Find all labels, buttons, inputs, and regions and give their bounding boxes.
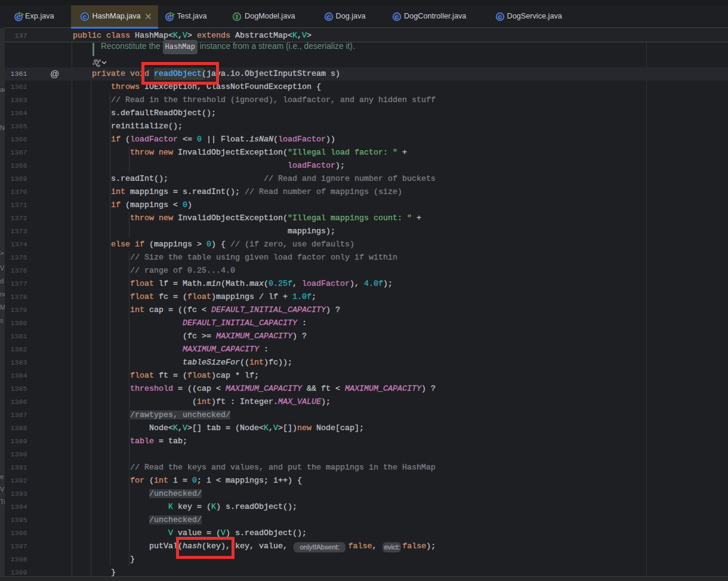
svg-text:C: C <box>498 13 502 20</box>
svg-text:C: C <box>82 13 87 20</box>
svg-text:C: C <box>395 13 399 20</box>
svg-text:I: I <box>236 13 238 20</box>
svg-text:C: C <box>326 13 331 20</box>
